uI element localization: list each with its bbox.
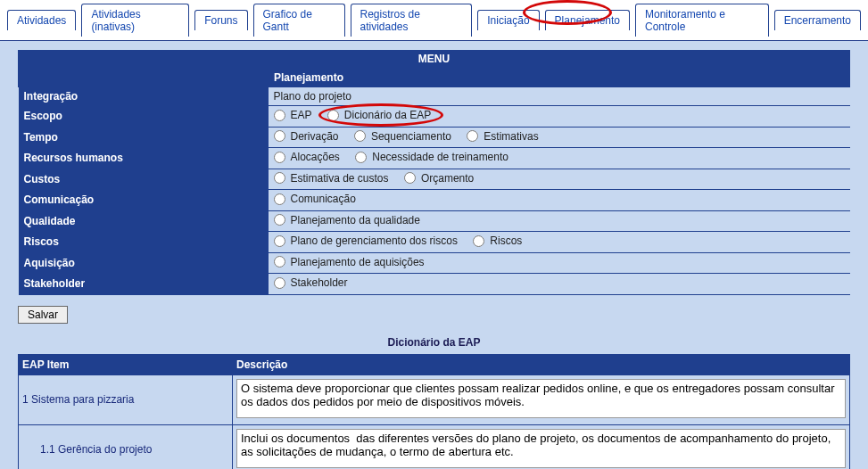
menu-row-integracao: Integração	[19, 87, 269, 106]
dictionary-table: EAP Item Descrição 1 Sistema para pizzar…	[18, 354, 850, 470]
save-button[interactable]: Salvar	[18, 306, 68, 324]
radio-comunicacao[interactable]	[274, 193, 285, 205]
menu-row-aquisicao: Aquisição	[19, 252, 269, 274]
tab-foruns[interactable]: Foruns	[194, 10, 247, 30]
radio-alocacoes[interactable]	[274, 152, 285, 163]
dict-desc-1[interactable]	[236, 379, 846, 418]
dict-item-1-1: 1.1 Gerência do projeto	[19, 424, 233, 469]
tab-monitoramento[interactable]: Monitoramento e Controle	[635, 4, 769, 37]
label-comunicacao: Comunicação	[291, 193, 356, 205]
tab-planejamento[interactable]: Planejamento	[545, 10, 630, 30]
radio-riscos[interactable]	[473, 235, 484, 247]
radio-plan-qualidade[interactable]	[274, 214, 285, 226]
label-eap: EAP	[291, 109, 312, 121]
radio-plano-riscos[interactable]	[274, 235, 285, 247]
radio-treinamento[interactable]	[355, 152, 367, 163]
label-stakeholder: Stakeholder	[291, 276, 348, 289]
dictionary-title: Dicionário da EAP	[18, 336, 850, 349]
label-orcamento: Orçamento	[421, 172, 474, 185]
menu-integracao-value: Plano do projeto	[269, 87, 850, 106]
radio-dicionario-eap[interactable]	[327, 110, 339, 121]
menu-row-escopo: Escopo	[19, 106, 269, 128]
menu-row-tempo: Tempo	[19, 127, 269, 148]
label-plan-qualidade: Planejamento da qualidade	[291, 214, 420, 226]
content-area: MENU Planejamento Integração Plano do pr…	[0, 41, 868, 469]
dict-col-item: EAP Item	[19, 354, 233, 374]
menu-header: MENU	[18, 50, 850, 68]
menu-row-stakeholder: Stakeholder	[19, 274, 269, 295]
menu-row-comunicacao: Comunicação	[19, 190, 269, 211]
tab-iniciacao[interactable]: Iniciação	[477, 10, 539, 30]
tab-encerramento[interactable]: Encerramento	[774, 10, 861, 30]
radio-derivacao[interactable]	[274, 130, 285, 142]
radio-plan-aquisicoes[interactable]	[274, 256, 285, 267]
radio-stakeholder[interactable]	[274, 277, 285, 289]
label-treinamento: Necessidade de treinamento	[372, 151, 508, 163]
label-estimativas: Estimativas	[484, 130, 538, 143]
label-riscos: Riscos	[490, 234, 522, 247]
tab-atividades[interactable]: Atividades	[7, 10, 76, 30]
menu-row-rh: Recursos humanos	[19, 148, 269, 169]
label-estimativa-custos: Estimativa de custos	[291, 172, 389, 185]
radio-orcamento[interactable]	[404, 172, 416, 184]
menu-section-title: Planejamento	[269, 69, 850, 87]
menu-row-custos: Custos	[19, 169, 269, 190]
dict-desc-1-1[interactable]	[236, 429, 846, 468]
radio-eap[interactable]	[274, 110, 285, 121]
menu-row-qualidade: Qualidade	[19, 210, 269, 232]
dict-col-desc: Descrição	[233, 354, 850, 374]
menu-table: Planejamento Integração Plano do projeto…	[18, 68, 850, 295]
dict-item-1: 1 Sistema para pizzaria	[19, 374, 233, 424]
radio-estimativas[interactable]	[467, 130, 478, 142]
radio-estimativa-custos[interactable]	[274, 172, 285, 184]
label-plan-aquisicoes: Planejamento de aquisições	[291, 256, 425, 268]
label-derivacao: Derivação	[291, 130, 339, 143]
tab-atividades-inativas[interactable]: Atividades (inativas)	[81, 4, 189, 37]
tab-registros-atividades[interactable]: Registros de atividades	[351, 4, 473, 37]
label-dicionario-eap: Dicionário da EAP	[344, 109, 431, 121]
menu-row-riscos: Riscos	[19, 232, 269, 253]
label-alocacoes: Alocações	[291, 151, 340, 163]
tabs-row: Atividades Atividades (inativas) Foruns …	[0, 0, 868, 41]
tab-grafico-gantt[interactable]: Grafico de Gantt	[253, 4, 345, 37]
radio-sequenciamento[interactable]	[354, 130, 366, 142]
label-plano-riscos: Plano de gerenciamento dos riscos	[291, 234, 458, 247]
label-sequenciamento: Sequenciamento	[371, 130, 451, 143]
